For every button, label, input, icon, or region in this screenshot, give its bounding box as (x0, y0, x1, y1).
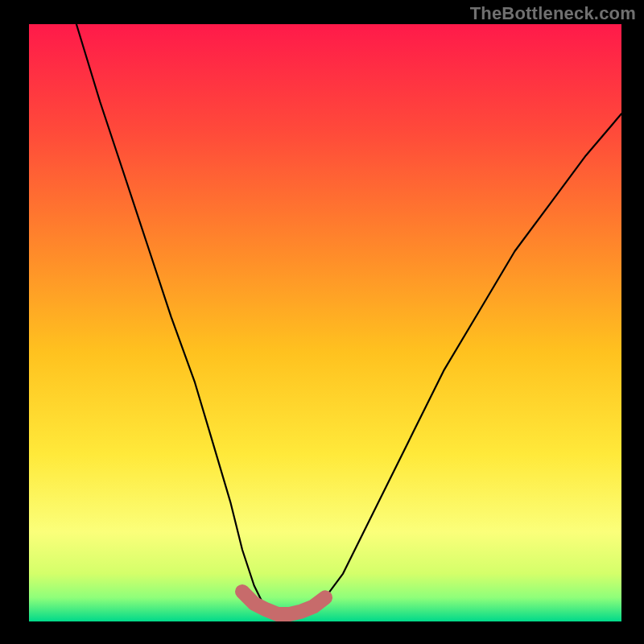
plot-background (29, 24, 621, 621)
chart-frame: TheBottleneck.com (0, 0, 644, 644)
watermark-text: TheBottleneck.com (470, 3, 636, 24)
chart-svg (0, 0, 644, 644)
